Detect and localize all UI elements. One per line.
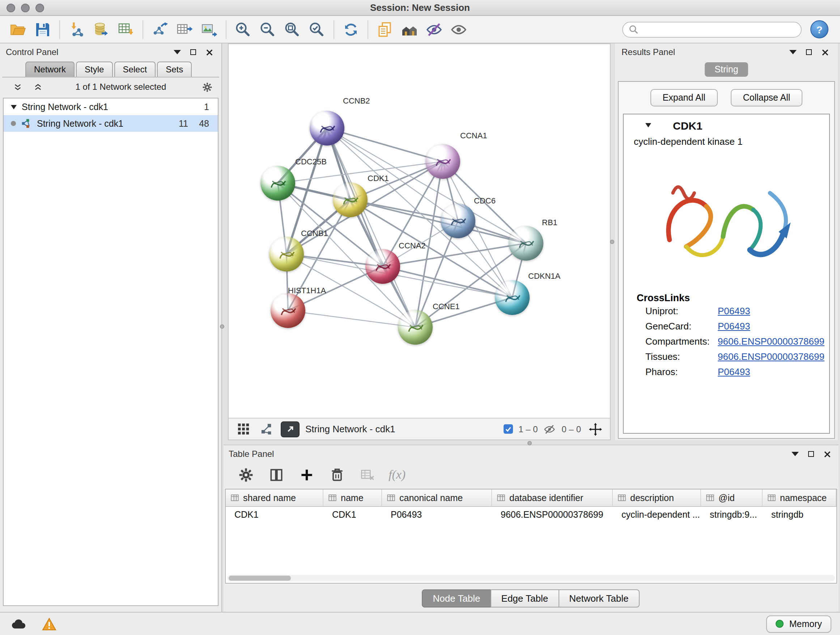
collapse-panel-button[interactable] — [789, 449, 802, 459]
zoom-window-button[interactable] — [35, 4, 44, 12]
horizontal-scrollbar[interactable] — [227, 575, 835, 581]
network-node-ccna1[interactable] — [425, 144, 460, 179]
network-edge[interactable] — [327, 128, 443, 162]
search-input[interactable] — [643, 24, 795, 35]
cell-name[interactable]: CDK1 — [324, 507, 382, 523]
tab-node-table[interactable]: Node Table — [422, 589, 491, 608]
expand-all-networks-button[interactable] — [11, 82, 24, 92]
create-column-button[interactable] — [297, 466, 316, 485]
cloud-sync-button[interactable] — [9, 615, 29, 632]
cell-id[interactable]: stringdb:9... — [701, 507, 763, 523]
import-network-database-button[interactable] — [89, 19, 114, 40]
close-panel-button[interactable] — [818, 47, 831, 57]
cell-canonical-name[interactable]: P06493 — [382, 507, 492, 523]
results-tab-string[interactable]: String — [704, 62, 748, 77]
network-options-button[interactable] — [201, 82, 213, 92]
network-edge[interactable] — [288, 310, 415, 327]
export-network-button[interactable] — [148, 19, 172, 40]
tab-edge-table[interactable]: Edge Table — [491, 589, 559, 608]
network-node-ccna2[interactable] — [365, 249, 400, 284]
gene-expander-icon[interactable] — [645, 123, 651, 127]
splitter-handle[interactable] — [610, 240, 614, 244]
crosslink-uniprot-link[interactable]: P06493 — [718, 306, 750, 317]
export-image-button[interactable] — [197, 19, 221, 40]
close-window-button[interactable] — [6, 4, 15, 12]
minimize-window-button[interactable] — [21, 4, 30, 12]
show-columns-button[interactable] — [267, 466, 286, 485]
close-panel-button[interactable] — [202, 47, 216, 57]
cell-shared-name[interactable]: CDK1 — [226, 507, 324, 523]
selected-checkbox-icon[interactable] — [503, 424, 513, 434]
network-node-ccnb1[interactable] — [269, 237, 304, 272]
zoom-in-button[interactable] — [231, 19, 256, 40]
network-edge[interactable] — [327, 128, 415, 327]
birdseye-view-button[interactable] — [257, 421, 275, 437]
splitter-handle[interactable] — [527, 441, 532, 445]
network-collection-row[interactable]: String Network - cdk1 1 — [4, 98, 218, 115]
delete-table-button-disabled[interactable] — [358, 466, 377, 485]
float-panel-button[interactable] — [805, 449, 818, 459]
column-header-namespace[interactable]: namespace — [763, 489, 836, 506]
show-all-button[interactable] — [447, 19, 471, 40]
float-panel-button[interactable] — [802, 47, 815, 57]
table-options-button[interactable] — [237, 466, 256, 485]
tab-style[interactable]: Style — [76, 62, 112, 77]
warnings-button[interactable] — [39, 615, 59, 632]
network-edge[interactable] — [383, 266, 512, 298]
hide-selected-button[interactable] — [422, 19, 447, 40]
tab-network[interactable]: Network — [25, 62, 74, 77]
zoom-fit-button[interactable] — [280, 19, 305, 40]
table-row[interactable]: CDK1 CDK1 P06493 9606.ENSP00000378699 cy… — [226, 507, 836, 523]
crosslink-pharos-link[interactable]: P06493 — [718, 366, 750, 377]
import-table-button[interactable] — [114, 19, 138, 40]
crosslink-tissues-link[interactable]: 9606.ENSP00000378699 — [718, 351, 824, 362]
network-node-hist1h1a[interactable] — [271, 293, 305, 328]
help-button[interactable]: ? — [810, 20, 829, 38]
network-node-cdkn1a[interactable] — [495, 280, 530, 315]
network-node-cdk1[interactable] — [333, 182, 368, 217]
scrollbar-thumb[interactable] — [229, 576, 291, 581]
column-header-id[interactable]: @id — [701, 489, 763, 506]
network-canvas[interactable]: CCNB2CCNA1CDC25BCDK1CDC6RB1CCNB1CCNA2CDK… — [229, 44, 610, 418]
network-node-rb1[interactable] — [508, 226, 543, 261]
tab-sets[interactable]: Sets — [157, 62, 192, 77]
save-session-button[interactable] — [30, 19, 55, 40]
apply-layout-button[interactable] — [339, 19, 363, 40]
zoom-selected-button[interactable] — [305, 19, 329, 40]
crosslink-genecard-link[interactable]: P06493 — [718, 321, 750, 332]
collapse-all-button[interactable]: Collapse All — [731, 89, 803, 106]
collapse-all-networks-button[interactable] — [31, 82, 44, 92]
expander-triangle-icon[interactable] — [11, 105, 17, 109]
detach-view-button[interactable] — [281, 421, 300, 437]
open-session-button[interactable] — [6, 19, 30, 40]
import-network-file-button[interactable] — [65, 19, 89, 40]
network-node-ccnb2[interactable] — [309, 111, 344, 146]
collapse-panel-button[interactable] — [786, 47, 799, 57]
column-header-shared-name[interactable]: shared name — [226, 489, 324, 506]
column-header-name[interactable]: name — [324, 489, 382, 506]
network-node-cdc6[interactable] — [441, 203, 475, 238]
delete-column-button[interactable] — [328, 466, 347, 485]
float-panel-button[interactable] — [187, 47, 200, 57]
column-header-description[interactable]: description — [613, 489, 701, 506]
splitter-handle[interactable] — [220, 325, 224, 329]
clone-network-button[interactable] — [373, 19, 397, 40]
cell-namespace[interactable]: stringdb — [763, 507, 836, 523]
first-neighbors-button[interactable] — [397, 19, 422, 40]
expand-all-button[interactable]: Expand All — [651, 89, 718, 106]
memory-button[interactable]: Memory — [766, 615, 831, 632]
column-header-canonical-name[interactable]: canonical name — [382, 489, 492, 506]
collapse-panel-button[interactable] — [171, 47, 184, 57]
pan-mode-button[interactable] — [587, 421, 604, 437]
network-node-ccne1[interactable] — [398, 310, 433, 345]
network-node-cdc25b[interactable] — [261, 166, 295, 201]
function-builder-button[interactable]: f(x) — [388, 468, 406, 482]
close-panel-button[interactable] — [821, 449, 834, 459]
export-table-button[interactable] — [172, 19, 197, 40]
cell-description[interactable]: cyclin-dependent ... — [613, 507, 701, 523]
tab-network-table[interactable]: Network Table — [558, 589, 639, 608]
column-header-database-identifier[interactable]: database identifier — [492, 489, 613, 506]
cell-database-identifier[interactable]: 9606.ENSP00000378699 — [492, 507, 613, 523]
tab-select[interactable]: Select — [114, 62, 156, 77]
grid-view-button[interactable] — [234, 421, 252, 437]
